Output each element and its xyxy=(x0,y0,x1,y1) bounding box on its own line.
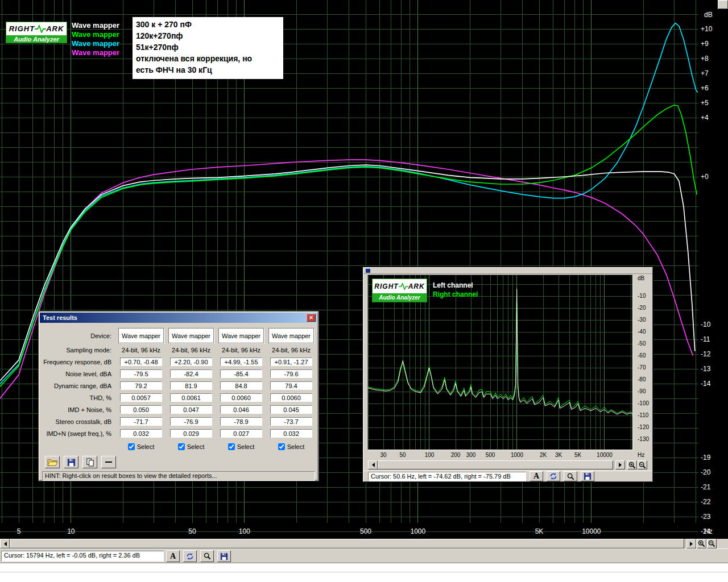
font-button[interactable]: A xyxy=(166,550,180,562)
spectrum-titlebar[interactable] xyxy=(363,268,652,274)
device-cell: Wave mapper xyxy=(266,327,316,344)
cursor-readout: Cursor: 15794 Hz, left = -0.05 dB, right… xyxy=(1,551,164,562)
result-value-box[interactable]: 0.047 xyxy=(170,405,212,414)
row-label: Dynamic range, dBA xyxy=(42,383,116,389)
select-checkbox[interactable] xyxy=(128,443,135,450)
result-value-box[interactable]: 0.045 xyxy=(270,405,312,414)
result-value-box[interactable]: 79.2 xyxy=(120,381,162,390)
open-button[interactable] xyxy=(45,456,60,468)
zoom-in-button[interactable] xyxy=(627,460,637,469)
magnifier-minus-icon xyxy=(639,462,646,469)
zoom-tool-button[interactable] xyxy=(200,550,214,562)
device-name-box[interactable]: Wave mapper xyxy=(118,328,164,343)
logo-right-text: RIGHT xyxy=(9,24,35,33)
refresh-button[interactable] xyxy=(183,550,197,562)
close-button[interactable]: ✕ xyxy=(307,314,316,322)
legend-entry: Wave mapper xyxy=(72,30,119,39)
select-checkbox[interactable] xyxy=(228,443,235,450)
copy-pages-icon xyxy=(86,458,94,467)
device-name-box[interactable]: Wave mapper xyxy=(268,328,314,343)
save-image-button[interactable] xyxy=(581,471,594,481)
left-arrow-icon xyxy=(370,463,375,467)
rmaa-main-window: 5105010050010005K10000HzdB+10+9+8+7+6+5+… xyxy=(0,0,728,582)
select-checkbox[interactable] xyxy=(178,443,185,450)
scroll-right-button[interactable] xyxy=(615,460,625,469)
result-value-box[interactable]: 79.4 xyxy=(270,381,312,390)
select-cell: Select xyxy=(116,439,166,454)
result-value-box[interactable]: -73.7 xyxy=(270,417,312,426)
logo-title: RIGHT ARK xyxy=(373,279,427,293)
copy-button[interactable] xyxy=(82,456,97,468)
save-button[interactable] xyxy=(64,456,78,468)
horizontal-scrollbar[interactable] xyxy=(0,539,728,548)
scroll-right-button[interactable] xyxy=(686,539,696,548)
results-toolbar xyxy=(45,456,317,468)
result-value-box[interactable]: 0.0057 xyxy=(120,393,162,402)
result-value-box[interactable]: 0.032 xyxy=(270,429,312,438)
select-checkbox[interactable] xyxy=(278,443,285,450)
device-name-box[interactable]: Wave mapper xyxy=(168,328,214,343)
device-name-box[interactable]: Wave mapper xyxy=(218,328,264,343)
folder-open-icon xyxy=(47,458,58,467)
result-value-box[interactable]: 84.8 xyxy=(220,381,262,390)
row-label: Sampling mode: xyxy=(42,347,116,354)
result-value-box[interactable]: +2.20, -0.90 xyxy=(170,357,212,366)
zoom-in-button[interactable] xyxy=(697,539,706,548)
device-cell: Wave mapper xyxy=(166,327,216,344)
result-value-box[interactable]: 0.0060 xyxy=(220,393,262,402)
row-label: Noise level, dBA xyxy=(42,371,116,377)
result-value-box[interactable]: -82.4 xyxy=(170,369,212,378)
magnifier-plus-icon xyxy=(628,462,636,469)
refresh-button[interactable] xyxy=(547,471,560,481)
result-value-box[interactable]: 0.029 xyxy=(170,429,212,438)
spectrum-analysis-window: RIGHT ARK Audio Analyzer Left channelRig… xyxy=(363,267,653,482)
value-cell: 0.029 xyxy=(166,427,216,439)
result-value-box[interactable]: -79.5 xyxy=(120,369,162,378)
scrollbar-thumb[interactable] xyxy=(378,460,613,469)
scrollbar-track[interactable] xyxy=(378,460,615,469)
scrollbar-track[interactable] xyxy=(10,539,686,548)
logo-subtitle: Audio Analyzer xyxy=(373,293,427,302)
value-cell: 0.032 xyxy=(116,427,166,439)
result-value-box[interactable]: 0.027 xyxy=(220,429,262,438)
waveform-icon xyxy=(35,25,46,33)
y-tick-label: -110 xyxy=(638,412,648,418)
font-button[interactable]: A xyxy=(530,471,543,481)
result-value-box[interactable]: +0.70, -0.48 xyxy=(120,357,162,366)
result-value-box[interactable]: 0.032 xyxy=(120,429,162,438)
result-value-box[interactable]: 0.0060 xyxy=(270,393,312,402)
zoom-tool-button[interactable] xyxy=(564,471,577,481)
remove-button[interactable] xyxy=(101,456,116,468)
dialog-titlebar[interactable]: Test results ✕ xyxy=(40,313,317,323)
result-value-box[interactable]: 0.046 xyxy=(220,405,262,414)
zoom-out-button[interactable] xyxy=(707,539,717,548)
result-value-box[interactable]: 0.0061 xyxy=(170,393,212,402)
value-cell: +0.70, -0.48 xyxy=(116,356,166,368)
value-cell: 0.0057 xyxy=(116,392,166,404)
waveform-icon xyxy=(399,283,408,290)
scroll-left-button[interactable] xyxy=(368,460,378,469)
result-value-box[interactable]: 0.050 xyxy=(120,405,162,414)
scroll-left-button[interactable] xyxy=(0,539,10,548)
scrollbar-thumb[interactable] xyxy=(10,539,684,548)
spectrum-horizontal-scrollbar[interactable] xyxy=(368,460,625,469)
result-value-box[interactable]: -76.9 xyxy=(170,417,212,426)
svg-text:-19: -19 xyxy=(701,454,711,462)
result-value-box[interactable]: +0.91, -1.27 xyxy=(270,357,312,366)
svg-text:+6: +6 xyxy=(701,84,709,92)
save-image-button[interactable] xyxy=(217,550,231,562)
result-value-box[interactable]: -78.9 xyxy=(220,417,262,426)
rightmark-logo: RIGHT ARK Audio Analyzer xyxy=(372,278,427,302)
result-value-box[interactable]: 81.9 xyxy=(170,381,212,390)
result-value-box[interactable]: -79.6 xyxy=(270,369,312,378)
result-value-box[interactable]: -71.7 xyxy=(120,417,162,426)
magnifier-minus-icon xyxy=(708,540,715,547)
value-cell: 0.027 xyxy=(216,427,266,439)
result-value-box[interactable]: -85.4 xyxy=(220,369,262,378)
zoom-out-button[interactable] xyxy=(638,460,647,469)
hz-unit-label: Hz xyxy=(638,452,644,458)
results-table: Device:Wave mapperWave mapperWave mapper… xyxy=(42,327,317,454)
svg-text:-11: -11 xyxy=(701,335,710,343)
result-value-box[interactable]: +4.99, -1.55 xyxy=(220,357,262,366)
svg-text:5K: 5K xyxy=(535,527,544,535)
